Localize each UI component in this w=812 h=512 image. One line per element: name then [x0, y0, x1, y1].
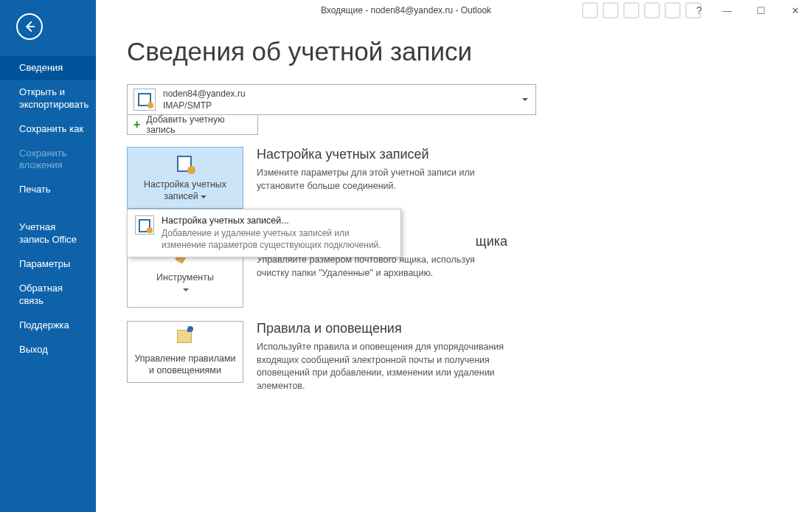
sidebar-item-open-export[interactable]: Открыть и экспортировать: [0, 80, 96, 117]
maximize-button[interactable]: ☐: [744, 1, 778, 19]
tile-label: Управление правилами и оповещениями: [132, 353, 238, 377]
add-account-button[interactable]: + Добавить учетную запись: [127, 114, 258, 135]
titlebar: Входящие - noden84@yandex.ru - Outlook ?…: [0, 0, 812, 21]
account-icon: [133, 89, 156, 111]
help-button[interactable]: ?: [688, 1, 710, 19]
dropdown-item[interactable]: Настройка учетных записей... Добавление …: [162, 215, 393, 251]
sidebar-item-label: Обратная связь: [19, 283, 63, 306]
section-text: Измените параметры для этой учетной запи…: [257, 167, 507, 193]
sidebar-item-feedback[interactable]: Обратная связь: [0, 277, 96, 314]
back-button[interactable]: [16, 13, 43, 40]
sidebar-item-office-account[interactable]: Учетная запись Office: [0, 215, 96, 252]
chevron-down-icon: [522, 98, 528, 101]
sidebar-item-print[interactable]: Печать: [0, 178, 96, 202]
rules-icon: [175, 328, 195, 348]
window-title: Входящие - noden84@yandex.ru - Outlook: [321, 5, 491, 15]
tile-row-rules: Управление правилами и оповещениями Прав…: [127, 321, 781, 392]
page-title: Сведения об учетной записи: [127, 37, 781, 66]
sidebar-item-exit[interactable]: Выход: [0, 338, 96, 362]
sidebar-item-label: Сведения: [19, 62, 63, 73]
add-account-label: Добавить учетную запись: [146, 114, 251, 135]
section-text: Используйте правила и оповещения для упо…: [257, 341, 507, 392]
backstage-sidebar: Сведения Открыть и экспортировать Сохран…: [0, 0, 96, 512]
chevron-down-icon: [201, 196, 207, 198]
close-button[interactable]: ✕: [778, 1, 812, 19]
sidebar-item-label: Учетная запись Office: [19, 221, 77, 245]
account-settings-tile[interactable]: Настройка учетных записей: [127, 147, 243, 209]
sidebar-item-label: Печать: [19, 184, 51, 195]
sidebar-item-support[interactable]: Поддержка: [0, 314, 96, 338]
account-settings-dropdown: Настройка учетных записей... Добавление …: [127, 209, 401, 257]
minimize-button[interactable]: —: [710, 1, 744, 19]
sidebar-item-save-attachments: Сохранить вложения: [0, 142, 96, 179]
plus-icon: +: [133, 118, 140, 131]
sidebar-item-label: Сохранить вложения: [19, 148, 67, 171]
sidebar-item-label: Поддержка: [19, 319, 69, 331]
section-heading: Настройка учетных записей: [257, 147, 507, 162]
arrow-left-icon: [23, 20, 36, 33]
sidebar-item-label: Выход: [19, 344, 48, 355]
sidebar-item-label: Параметры: [19, 258, 70, 269]
content-area: Сведения об учетной записи noden84@yande…: [96, 0, 812, 512]
sidebar-item-info[interactable]: Сведения: [0, 56, 96, 80]
tile-label: Инструменты: [156, 271, 214, 296]
sidebar-item-label: Открыть и экспортировать: [19, 86, 89, 110]
dropdown-item-title: Настройка учетных записей...: [162, 215, 393, 226]
account-selector[interactable]: noden84@yandex.ru IMAP/SMTP: [127, 84, 536, 115]
sidebar-item-save-as[interactable]: Сохранить как: [0, 117, 96, 142]
window-controls: ? — ☐ ✕: [688, 0, 812, 21]
sidebar-item-options[interactable]: Параметры: [0, 252, 96, 277]
user-gear-icon: [175, 153, 195, 174]
sidebar-item-label: Сохранить как: [19, 123, 83, 134]
rules-alerts-tile[interactable]: Управление правилами и оповещениями: [127, 321, 243, 383]
account-settings-desc: Настройка учетных записей Измените парам…: [257, 147, 507, 193]
tile-label: Настройка учетных записей: [132, 179, 238, 203]
dropdown-item-subtitle: Добавление и удаление учетных записей ил…: [162, 227, 393, 251]
account-email: noden84@yandex.ru: [163, 88, 246, 100]
tile-row-account-settings: Настройка учетных записей Настройка учет…: [127, 147, 781, 221]
section-heading: Правила и оповещения: [257, 321, 507, 336]
chevron-down-icon: [183, 288, 189, 291]
user-gear-icon: [135, 215, 154, 235]
rules-desc: Правила и оповещения Используйте правила…: [257, 321, 507, 392]
account-protocol: IMAP/SMTP: [163, 100, 246, 111]
titlebar-decoration: [582, 0, 701, 21]
account-texts: noden84@yandex.ru IMAP/SMTP: [163, 88, 246, 111]
